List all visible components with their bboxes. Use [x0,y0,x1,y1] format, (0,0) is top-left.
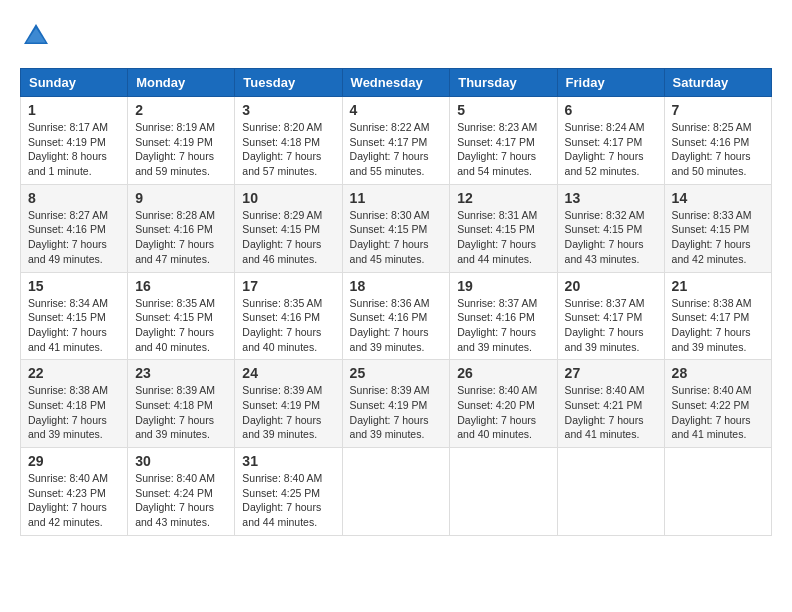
calendar-cell: 22Sunrise: 8:38 AMSunset: 4:18 PMDayligh… [21,360,128,448]
calendar-cell: 15Sunrise: 8:34 AMSunset: 4:15 PMDayligh… [21,272,128,360]
day-number: 11 [350,190,443,206]
calendar-week-4: 22Sunrise: 8:38 AMSunset: 4:18 PMDayligh… [21,360,772,448]
calendar-week-2: 8Sunrise: 8:27 AMSunset: 4:16 PMDaylight… [21,184,772,272]
calendar-week-5: 29Sunrise: 8:40 AMSunset: 4:23 PMDayligh… [21,448,772,536]
day-number: 25 [350,365,443,381]
calendar-cell: 12Sunrise: 8:31 AMSunset: 4:15 PMDayligh… [450,184,557,272]
calendar-cell: 28Sunrise: 8:40 AMSunset: 4:22 PMDayligh… [664,360,771,448]
calendar-cell: 8Sunrise: 8:27 AMSunset: 4:16 PMDaylight… [21,184,128,272]
day-number: 9 [135,190,227,206]
day-info: Sunrise: 8:40 AMSunset: 4:25 PMDaylight:… [242,471,334,530]
calendar-cell [342,448,450,536]
calendar-week-1: 1Sunrise: 8:17 AMSunset: 4:19 PMDaylight… [21,97,772,185]
calendar-cell: 24Sunrise: 8:39 AMSunset: 4:19 PMDayligh… [235,360,342,448]
day-info: Sunrise: 8:39 AMSunset: 4:18 PMDaylight:… [135,383,227,442]
calendar-header-row: SundayMondayTuesdayWednesdayThursdayFrid… [21,69,772,97]
day-number: 19 [457,278,549,294]
weekday-header-monday: Monday [128,69,235,97]
day-info: Sunrise: 8:28 AMSunset: 4:16 PMDaylight:… [135,208,227,267]
page-header [20,20,772,52]
day-info: Sunrise: 8:40 AMSunset: 4:22 PMDaylight:… [672,383,764,442]
day-info: Sunrise: 8:25 AMSunset: 4:16 PMDaylight:… [672,120,764,179]
calendar-cell: 25Sunrise: 8:39 AMSunset: 4:19 PMDayligh… [342,360,450,448]
day-info: Sunrise: 8:37 AMSunset: 4:17 PMDaylight:… [565,296,657,355]
day-number: 26 [457,365,549,381]
weekday-header-thursday: Thursday [450,69,557,97]
day-info: Sunrise: 8:17 AMSunset: 4:19 PMDaylight:… [28,120,120,179]
calendar-cell: 31Sunrise: 8:40 AMSunset: 4:25 PMDayligh… [235,448,342,536]
day-number: 2 [135,102,227,118]
weekday-header-sunday: Sunday [21,69,128,97]
day-number: 14 [672,190,764,206]
calendar-cell: 10Sunrise: 8:29 AMSunset: 4:15 PMDayligh… [235,184,342,272]
calendar-cell [557,448,664,536]
day-info: Sunrise: 8:33 AMSunset: 4:15 PMDaylight:… [672,208,764,267]
day-info: Sunrise: 8:23 AMSunset: 4:17 PMDaylight:… [457,120,549,179]
calendar-cell: 7Sunrise: 8:25 AMSunset: 4:16 PMDaylight… [664,97,771,185]
day-number: 10 [242,190,334,206]
calendar-cell: 27Sunrise: 8:40 AMSunset: 4:21 PMDayligh… [557,360,664,448]
day-info: Sunrise: 8:30 AMSunset: 4:15 PMDaylight:… [350,208,443,267]
calendar-cell: 30Sunrise: 8:40 AMSunset: 4:24 PMDayligh… [128,448,235,536]
calendar-cell [664,448,771,536]
day-number: 13 [565,190,657,206]
day-info: Sunrise: 8:38 AMSunset: 4:17 PMDaylight:… [672,296,764,355]
weekday-header-friday: Friday [557,69,664,97]
day-info: Sunrise: 8:32 AMSunset: 4:15 PMDaylight:… [565,208,657,267]
calendar-cell: 14Sunrise: 8:33 AMSunset: 4:15 PMDayligh… [664,184,771,272]
calendar-cell: 17Sunrise: 8:35 AMSunset: 4:16 PMDayligh… [235,272,342,360]
day-info: Sunrise: 8:29 AMSunset: 4:15 PMDaylight:… [242,208,334,267]
day-info: Sunrise: 8:36 AMSunset: 4:16 PMDaylight:… [350,296,443,355]
calendar-cell: 26Sunrise: 8:40 AMSunset: 4:20 PMDayligh… [450,360,557,448]
weekday-header-tuesday: Tuesday [235,69,342,97]
day-info: Sunrise: 8:35 AMSunset: 4:15 PMDaylight:… [135,296,227,355]
calendar-cell [450,448,557,536]
day-info: Sunrise: 8:38 AMSunset: 4:18 PMDaylight:… [28,383,120,442]
day-info: Sunrise: 8:39 AMSunset: 4:19 PMDaylight:… [242,383,334,442]
day-number: 23 [135,365,227,381]
calendar-cell: 16Sunrise: 8:35 AMSunset: 4:15 PMDayligh… [128,272,235,360]
day-number: 8 [28,190,120,206]
day-number: 17 [242,278,334,294]
day-number: 24 [242,365,334,381]
day-info: Sunrise: 8:40 AMSunset: 4:23 PMDaylight:… [28,471,120,530]
day-info: Sunrise: 8:20 AMSunset: 4:18 PMDaylight:… [242,120,334,179]
day-info: Sunrise: 8:27 AMSunset: 4:16 PMDaylight:… [28,208,120,267]
day-info: Sunrise: 8:37 AMSunset: 4:16 PMDaylight:… [457,296,549,355]
day-number: 4 [350,102,443,118]
day-info: Sunrise: 8:40 AMSunset: 4:20 PMDaylight:… [457,383,549,442]
day-number: 28 [672,365,764,381]
day-info: Sunrise: 8:31 AMSunset: 4:15 PMDaylight:… [457,208,549,267]
calendar-cell: 19Sunrise: 8:37 AMSunset: 4:16 PMDayligh… [450,272,557,360]
day-info: Sunrise: 8:40 AMSunset: 4:24 PMDaylight:… [135,471,227,530]
day-number: 3 [242,102,334,118]
calendar-cell: 2Sunrise: 8:19 AMSunset: 4:19 PMDaylight… [128,97,235,185]
calendar-week-3: 15Sunrise: 8:34 AMSunset: 4:15 PMDayligh… [21,272,772,360]
logo [20,20,56,52]
logo-icon [20,20,52,52]
calendar-cell: 18Sunrise: 8:36 AMSunset: 4:16 PMDayligh… [342,272,450,360]
calendar-cell: 3Sunrise: 8:20 AMSunset: 4:18 PMDaylight… [235,97,342,185]
day-number: 5 [457,102,549,118]
day-number: 31 [242,453,334,469]
day-number: 6 [565,102,657,118]
day-number: 27 [565,365,657,381]
weekday-header-wednesday: Wednesday [342,69,450,97]
day-number: 22 [28,365,120,381]
calendar-cell: 11Sunrise: 8:30 AMSunset: 4:15 PMDayligh… [342,184,450,272]
calendar-cell: 1Sunrise: 8:17 AMSunset: 4:19 PMDaylight… [21,97,128,185]
day-number: 1 [28,102,120,118]
calendar-cell: 6Sunrise: 8:24 AMSunset: 4:17 PMDaylight… [557,97,664,185]
day-number: 30 [135,453,227,469]
day-info: Sunrise: 8:35 AMSunset: 4:16 PMDaylight:… [242,296,334,355]
day-info: Sunrise: 8:40 AMSunset: 4:21 PMDaylight:… [565,383,657,442]
day-number: 15 [28,278,120,294]
day-number: 12 [457,190,549,206]
day-number: 7 [672,102,764,118]
day-number: 20 [565,278,657,294]
day-info: Sunrise: 8:39 AMSunset: 4:19 PMDaylight:… [350,383,443,442]
day-info: Sunrise: 8:34 AMSunset: 4:15 PMDaylight:… [28,296,120,355]
calendar-cell: 9Sunrise: 8:28 AMSunset: 4:16 PMDaylight… [128,184,235,272]
weekday-header-saturday: Saturday [664,69,771,97]
day-info: Sunrise: 8:19 AMSunset: 4:19 PMDaylight:… [135,120,227,179]
